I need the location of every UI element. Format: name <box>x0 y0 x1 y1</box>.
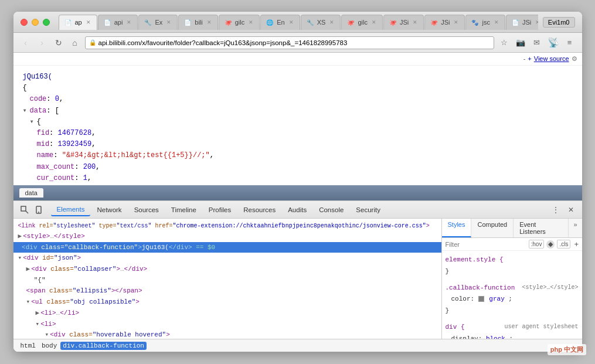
dom-line[interactable]: <link rel="stylesheet" type="text/css" h… <box>13 221 441 231</box>
browser-window: 📄 ap ✕ 📄 api ✕ 🔧 Ex ✕ 📄 bili ✕ 🐙 gi <box>13 12 582 352</box>
mail-button[interactable]: ✉ <box>531 36 543 49</box>
styles-more-button[interactable]: » <box>569 219 582 237</box>
minimize-button[interactable] <box>32 19 39 26</box>
close-button[interactable] <box>21 19 28 26</box>
tab-label: gilc <box>358 19 368 26</box>
svg-line-1 <box>26 211 28 213</box>
style-close-brace2: } <box>446 305 579 317</box>
tab-bili[interactable]: 📄 bili ✕ <box>178 15 217 30</box>
tab-label: En <box>277 19 284 26</box>
tab-icon: 📄 <box>103 18 111 26</box>
tab-elements[interactable]: Elements <box>51 203 91 216</box>
feed-button[interactable]: 📡 <box>547 36 560 49</box>
dom-line[interactable]: ▾ <div id="json" > <box>13 253 441 264</box>
dom-line[interactable]: ▶ <style> … </style> <box>13 231 441 242</box>
tab-profiles[interactable]: Profiles <box>203 204 237 216</box>
dom-line[interactable]: ▶ <li> … </li> <box>13 308 441 319</box>
tab-icon: 📄 <box>64 18 72 26</box>
tab-en[interactable]: 🌐 En ✕ <box>260 15 300 30</box>
screenshot-button[interactable]: 📷 <box>514 36 527 49</box>
styles-tab-event-listeners[interactable]: Event Listeners <box>514 219 569 237</box>
tab-close-icon[interactable]: ✕ <box>370 19 378 26</box>
color-picker-button[interactable]: ◆ <box>546 240 555 249</box>
tab-icon: 🐾 <box>471 18 479 26</box>
json-line: code : 0 , <box>30 94 573 105</box>
breadcrumb-active[interactable]: div.callback-function <box>60 342 147 350</box>
collapse-all-link[interactable]: - <box>523 55 526 63</box>
title-bar: 📄 ap ✕ 📄 api ✕ 🔧 Ex ✕ 📄 bili ✕ 🐙 gi <box>13 12 582 33</box>
back-button[interactable]: ‹ <box>19 36 32 49</box>
tab-close-icon[interactable]: ✕ <box>125 19 132 26</box>
styles-tab-styles[interactable]: Styles <box>442 219 472 237</box>
home-button[interactable]: ⌂ <box>69 36 81 49</box>
tab-api[interactable]: 📄 api ✕ <box>98 15 138 30</box>
breadcrumb-body[interactable]: body <box>39 342 59 350</box>
style-display-prop: display: block ; <box>446 334 579 339</box>
maximize-button[interactable] <box>43 19 50 26</box>
tab-xs[interactable]: 🔧 XS ✕ <box>301 15 341 30</box>
profile-button[interactable]: Evi1m0 <box>543 17 575 28</box>
tab-console[interactable]: Console <box>313 204 349 216</box>
tab-close-icon[interactable]: ✕ <box>328 19 335 26</box>
home-icon: ⌂ <box>72 38 77 47</box>
tab-jsi[interactable]: 🐙 JSi ✕ <box>383 15 424 30</box>
tab-gilc[interactable]: 🐙 gilc ✕ <box>219 15 260 30</box>
tab-close-icon[interactable]: ✕ <box>412 19 419 26</box>
tab-gilc2[interactable]: 🐙 gilc ✕ <box>341 15 383 30</box>
svg-rect-0 <box>21 206 26 211</box>
json-line: ▾ { <box>30 117 573 128</box>
tab-close-icon[interactable]: ✕ <box>534 19 538 26</box>
json-line: fid : 14677628 , <box>37 128 573 139</box>
tab-close-icon[interactable]: ✕ <box>165 19 172 26</box>
tab-jsi3[interactable]: 📄 JSi ✕ <box>506 15 538 30</box>
tab-active[interactable]: 📄 ap ✕ <box>59 15 97 30</box>
mobile-button[interactable] <box>32 203 45 216</box>
dom-line[interactable]: ▾ <div class="hoverable hovered" > <box>13 329 441 339</box>
tab-jsc[interactable]: 🐾 jsc ✕ <box>465 15 505 30</box>
tab-ex[interactable]: 🔧 Ex ✕ <box>138 15 178 30</box>
tab-icon: 🐙 <box>389 18 397 26</box>
tab-resources[interactable]: Resources <box>237 204 281 216</box>
breadcrumb-html[interactable]: html <box>18 342 38 350</box>
address-bar[interactable]: 🔒 api.bilibili.com/x/favourite/folder?ca… <box>85 36 494 49</box>
tab-sources[interactable]: Sources <box>128 204 165 216</box>
view-source-link[interactable]: View source <box>534 55 569 63</box>
styles-filter-input[interactable] <box>446 241 526 248</box>
dom-line-selected[interactable]: <div class="callback-function" > jQu163(… <box>13 242 441 253</box>
dom-line[interactable]: <span class="ellipsis" ></span> <box>13 285 441 297</box>
tab-close-icon[interactable]: ✕ <box>247 19 254 26</box>
devtools-panel: Elements Network Sources Timeline Profil… <box>13 200 582 352</box>
tab-close-icon[interactable]: ✕ <box>206 19 213 26</box>
tab-label: bili <box>195 19 202 26</box>
dom-line[interactable]: "{" <box>13 275 441 286</box>
tab-close-icon[interactable]: ✕ <box>288 19 295 26</box>
tab-close-icon[interactable]: ✕ <box>453 19 460 26</box>
tab-close-icon[interactable]: ✕ <box>85 19 92 26</box>
add-style-button[interactable]: + <box>574 240 579 249</box>
bookmark-button[interactable]: ☆ <box>498 36 511 49</box>
hover-pseudo-button[interactable]: :hov <box>529 240 545 249</box>
dom-line[interactable]: ▾ <li> <box>13 319 441 330</box>
forward-button[interactable]: › <box>36 36 49 49</box>
data-tab[interactable]: data <box>19 188 43 198</box>
inspect-button[interactable] <box>18 203 31 216</box>
dom-line[interactable]: ▶ <div class="collapser" > … </div> <box>13 264 441 275</box>
dom-line[interactable]: ▾ <ul class="obj collapsible" > <box>13 297 441 308</box>
tab-network[interactable]: Network <box>91 204 127 216</box>
tab-close-icon[interactable]: ✕ <box>493 19 500 26</box>
settings-button[interactable]: ⚙ <box>572 55 577 63</box>
tab-audits[interactable]: Audits <box>282 204 312 216</box>
expand-all-link[interactable]: + <box>528 55 531 63</box>
tab-label: gilc <box>235 19 245 26</box>
cls-button[interactable]: .cls <box>557 240 570 249</box>
tab-jsi2[interactable]: 🐙 JSi ✕ <box>424 15 465 30</box>
refresh-button[interactable]: ↻ <box>52 36 65 49</box>
devtools-close-button[interactable]: ✕ <box>565 203 577 216</box>
tab-timeline[interactable]: Timeline <box>165 204 202 216</box>
devtools-more-button[interactable]: ⋮ <box>549 203 562 216</box>
tab-label: JSi <box>522 19 531 26</box>
menu-button[interactable]: ≡ <box>563 36 576 49</box>
tab-security[interactable]: Security <box>350 204 386 216</box>
styles-tab-computed[interactable]: Computed <box>471 219 514 237</box>
devtools-actions: ⋮ ✕ <box>549 203 577 216</box>
